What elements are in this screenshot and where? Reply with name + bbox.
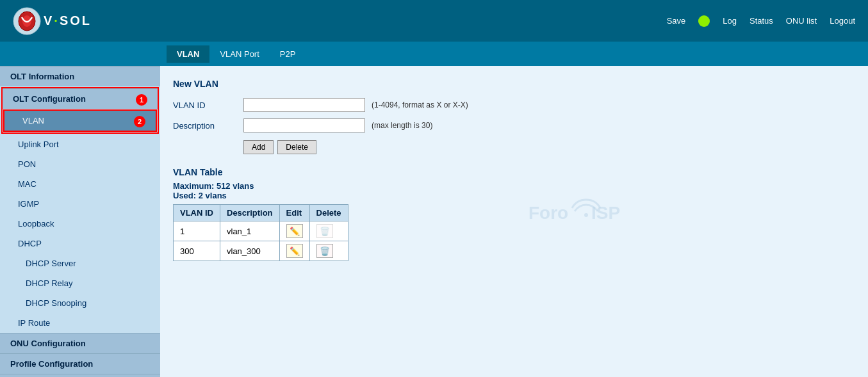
sidebar-item-dhcp-server[interactable]: DHCP Server bbox=[0, 253, 160, 273]
description-hint: (max length is 30) bbox=[372, 121, 432, 130]
olt-configuration-highlight: OLT Configuration 1 VLAN 2 bbox=[1, 87, 159, 134]
logo-text: V·SOL bbox=[44, 13, 92, 28]
sidebar-item-igmp[interactable]: IGMP bbox=[0, 194, 160, 214]
add-button[interactable]: Add bbox=[243, 140, 274, 154]
sidebar-item-profile-configuration[interactable]: Profile Configuration bbox=[0, 353, 160, 374]
status-button[interactable]: Status bbox=[749, 16, 773, 26]
delete-button[interactable]: Delete bbox=[277, 140, 316, 154]
vlan-id-hint: (1-4094, format as X or X-X) bbox=[372, 100, 468, 109]
tab-vlan[interactable]: VLAN bbox=[167, 45, 209, 63]
vlan-table-body: 1 vlan_1 ✏️ 🗑️ 300 vlan_300 ✏️ bbox=[174, 221, 348, 261]
save-button[interactable]: Save bbox=[667, 16, 686, 26]
header-right: Save Log Status ONU list Logout bbox=[667, 15, 855, 27]
description-cell: vlan_300 bbox=[220, 241, 280, 261]
edit-button-row1[interactable]: ✏️ bbox=[286, 224, 303, 238]
col-edit: Edit bbox=[279, 205, 309, 221]
layout: OLT Information OLT Configuration 1 VLAN… bbox=[0, 66, 868, 377]
delete-button-row1[interactable]: 🗑️ bbox=[316, 224, 333, 238]
sidebar-item-olt-information[interactable]: OLT Information bbox=[0, 66, 160, 86]
sidebar-item-ip-route[interactable]: IP Route bbox=[0, 313, 160, 333]
tab-p2p[interactable]: P2P bbox=[270, 45, 306, 63]
col-vlan-id: VLAN ID bbox=[174, 205, 220, 221]
table-row: 300 vlan_300 ✏️ 🗑️ bbox=[174, 241, 348, 261]
sidebar-item-dhcp-snooping[interactable]: DHCP Snooping bbox=[0, 293, 160, 313]
description-cell: vlan_1 bbox=[220, 221, 280, 241]
vlan-stats: Maximum: 512 vlans Used: 2 vlans bbox=[173, 181, 855, 200]
tab-vlan-port[interactable]: VLAN Port bbox=[209, 45, 269, 63]
sidebar-item-dhcp-relay[interactable]: DHCP Relay bbox=[0, 273, 160, 293]
sidebar: OLT Information OLT Configuration 1 VLAN… bbox=[0, 66, 160, 377]
description-label: Description bbox=[173, 121, 237, 131]
logo-area: V·SOL bbox=[13, 7, 92, 35]
sidebar-item-olt-configuration[interactable]: OLT Configuration 1 bbox=[3, 88, 158, 109]
delete-cell: 🗑️ bbox=[309, 221, 348, 241]
vlan-highlight: VLAN 2 bbox=[3, 109, 157, 132]
vlan-id-row: VLAN ID (1-4094, format as X or X-X) bbox=[173, 98, 855, 112]
sidebar-item-uplink-port[interactable]: Uplink Port bbox=[0, 134, 160, 154]
vlan-table-section: VLAN Table Maximum: 512 vlans Used: 2 vl… bbox=[173, 167, 855, 261]
sidebar-item-mac[interactable]: MAC bbox=[0, 174, 160, 194]
edit-button-row2[interactable]: ✏️ bbox=[286, 244, 303, 258]
status-indicator bbox=[698, 15, 710, 27]
description-input[interactable] bbox=[243, 118, 365, 132]
logout-button[interactable]: Logout bbox=[830, 16, 855, 26]
vlan-table-title: VLAN Table bbox=[173, 167, 855, 177]
edit-cell: ✏️ bbox=[279, 221, 309, 241]
header: V·SOL Save Log Status ONU list Logout bbox=[0, 0, 868, 42]
olt-configuration-badge: 1 bbox=[136, 94, 147, 106]
delete-cell: 🗑️ bbox=[309, 241, 348, 261]
nav-tabs: VLAN VLAN Port P2P bbox=[0, 42, 868, 66]
log-button[interactable]: Log bbox=[723, 16, 737, 26]
sidebar-item-onu-configuration[interactable]: ONU Configuration bbox=[0, 333, 160, 353]
table-row: 1 vlan_1 ✏️ 🗑️ bbox=[174, 221, 348, 241]
vlan-id-cell: 1 bbox=[174, 221, 220, 241]
vlan-id-cell: 300 bbox=[174, 241, 220, 261]
sidebar-item-dhcp[interactable]: DHCP bbox=[0, 234, 160, 253]
vsol-logo-icon bbox=[13, 7, 41, 35]
maximum-label: Maximum: 512 vlans bbox=[173, 181, 855, 191]
description-row: Description (max length is 30) bbox=[173, 118, 855, 132]
onu-list-button[interactable]: ONU list bbox=[786, 16, 817, 26]
sidebar-item-vlan[interactable]: VLAN 2 bbox=[4, 111, 156, 131]
form-buttons: Add Delete bbox=[243, 140, 855, 154]
vlan-table-header: VLAN ID Description Edit Delete bbox=[174, 205, 348, 221]
vlan-badge: 2 bbox=[134, 116, 145, 127]
sidebar-item-system-configuration[interactable]: System Configuration bbox=[0, 374, 160, 377]
vlan-id-label: VLAN ID bbox=[173, 100, 237, 110]
col-description: Description bbox=[220, 205, 280, 221]
delete-button-row2[interactable]: 🗑️ bbox=[316, 244, 333, 258]
sidebar-item-pon[interactable]: PON bbox=[0, 154, 160, 174]
vlan-id-input[interactable] bbox=[243, 98, 365, 112]
main-content: New VLAN VLAN ID (1-4094, format as X or… bbox=[160, 66, 868, 377]
used-label: Used: 2 vlans bbox=[173, 191, 855, 200]
new-vlan-title: New VLAN bbox=[173, 79, 855, 89]
vlan-table: VLAN ID Description Edit Delete 1 vlan_1… bbox=[173, 204, 348, 261]
sidebar-item-loopback[interactable]: Loopback bbox=[0, 214, 160, 234]
edit-cell: ✏️ bbox=[279, 241, 309, 261]
col-delete: Delete bbox=[309, 205, 348, 221]
